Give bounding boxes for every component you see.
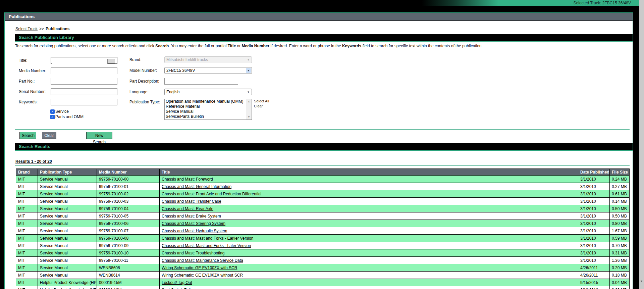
brand-cell: MIT [16,183,38,190]
date-published-cell: 3/1/2010 [578,176,610,183]
media-number-input[interactable] [51,67,117,74]
language-dropdown-arrow-icon[interactable]: ▾ [246,90,251,94]
table-row: MITService ManualWENB8614Wiring Schemati… [16,272,630,279]
file-size-cell: 0.20 MB [610,264,630,272]
new-search-button[interactable]: New Search [86,132,112,139]
brand-cell: MIT [16,264,38,272]
title-cell: Chassis and Mast: Transfer Case [160,198,578,205]
publication-title-link[interactable]: Chassis and Mast: Maintenance Service Da… [162,258,243,263]
part-no-input[interactable] [51,78,117,85]
title-cell: Chassis and Mast: Mast and Forks - Later… [160,242,578,249]
listbox-scroll-down-icon[interactable]: ▼ [246,115,252,119]
table-row: MITService Manual99759-70100-06Chassis a… [16,220,630,227]
serial-number-input[interactable] [51,88,117,95]
breadcrumb-separator: >> [39,27,44,31]
title-cell: Chassis and Mast: Hydraulic System [160,227,578,235]
search-section-header: Search Publication Library [15,34,633,42]
model-number-select[interactable]: 2FBC15 36/48V ▾ [164,67,252,74]
publication-title-link[interactable]: Chassis and Mast: Transfer Case [162,199,221,204]
clear-button[interactable]: Clear [42,132,56,139]
keywords-input[interactable] [51,99,117,105]
table-row: MITService Manual99759-70100-05Chassis a… [16,212,630,220]
table-row: MITService Manual99759-70100-04Chassis a… [16,205,630,212]
column-header: Brand [16,169,38,176]
instruction-segment: field to search for specific text within… [361,44,483,48]
column-header: Title [160,169,578,176]
publication-type-option[interactable]: Service Manual [165,109,246,114]
publication-title-link[interactable]: Seat Switch Failures [162,288,198,289]
parts-omm-checkbox[interactable]: ✓ [50,115,55,119]
file-size-cell: 0.80 MB [610,220,630,227]
title-cell: Chassis and Mast: Brake System [160,212,578,220]
selected-truck-bar: Selected Truck: 2FBC15 36/48V [0,0,639,6]
search-instructions: To search for existing publications, sel… [15,44,535,48]
publication-type-option[interactable]: Operation and Maintenance Manual (OMM) [165,99,246,104]
date-published-cell: 6/18/2018 [578,286,610,289]
brand-cell: MIT [16,279,38,286]
window-title: Publications [9,14,35,19]
brand-select: Mitsubishi forklift trucks ▾ [164,56,252,63]
date-published-cell: 3/1/2010 [578,220,610,227]
page-scrollbar[interactable]: ▼ [639,0,644,289]
brand-label: Brand: [129,57,141,62]
publication-title-link[interactable]: Wiring Schematic: GE EV100ZX without SCR [162,273,243,278]
date-published-cell: 3/1/2010 [578,212,610,220]
file-size-cell: 0.61 MB [610,190,630,198]
publication-title-link[interactable]: Chassis and Mast: Steering System [162,221,225,226]
results-table: BrandPublication TypeMedia NumberTitleDa… [16,168,630,289]
publication-title-link[interactable]: Chassis and Mast: Mast and Forks - Later… [162,243,251,248]
form-divider [15,129,630,130]
breadcrumb-current: Publications [46,27,69,31]
publication-title-link[interactable]: Chassis and Mast: Front Axle and Reducti… [162,192,261,196]
publication-title-link[interactable]: Chassis and Mast: General Information [162,184,231,189]
breadcrumb-select-truck-link[interactable]: Select Truck [15,27,38,31]
publication-title-link[interactable]: Chassis and Mast: Brake System [162,214,221,219]
publication-type-option[interactable]: Service/Parts Bulletin [165,114,246,119]
table-header-row: BrandPublication TypeMedia NumberTitleDa… [16,169,630,176]
brand-cell: MIT [16,212,38,220]
media-number-cell: 000034-18M [97,286,160,289]
window-title-bar: Publications [5,13,633,21]
listbox-scroll-up-icon[interactable]: ▲ [246,99,252,104]
table-row: MITService Manual99759-70100-01Chassis a… [16,183,630,190]
page-scrollbar-down-icon[interactable]: ▼ [639,280,644,283]
file-size-cell: 0.27 MB [610,183,630,190]
title-input[interactable] [52,58,107,64]
publication-title-link[interactable]: Chassis and Mast: Mast and Forks - Earli… [162,236,253,241]
search-button[interactable]: Search [19,132,36,139]
language-select[interactable]: English ▾ [164,89,252,95]
listbox-scrollbar[interactable]: ▲ ▼ [246,99,252,119]
media-number-cell: 000019-15M [97,279,160,286]
results-section-title: Search Results [19,144,50,149]
brand-cell: MIT [16,235,38,242]
title-field-options-button[interactable]: ··· [107,59,115,63]
publication-title-link[interactable]: Wiring Schematic: GE EV100ZX with SCR [162,266,237,270]
service-checkbox[interactable]: ✓ [50,109,55,114]
part-description-input[interactable] [164,78,238,85]
media-number-cell: 99759-70100-02 [97,190,160,198]
publication-type-option[interactable]: Reference Material [165,104,246,109]
column-header: Media Number [97,169,160,176]
publication-title-link[interactable]: Chassis and Mast: Hydraulic System [162,229,227,233]
publication-title-link[interactable]: Chassis and Mast: Troubleshooting [162,251,224,255]
clear-selection-link[interactable]: Clear [254,104,269,108]
file-size-cell: 0.23 MB [610,286,630,289]
table-row: MITService Manual99759-70100-00Chassis a… [16,176,630,183]
model-number-dropdown-arrow-icon[interactable]: ▾ [246,68,251,73]
publication-type-listbox[interactable]: Operation and Maintenance Manual (OMM)Re… [164,99,252,120]
publication-title-link[interactable]: Lockout/ Tag Out [162,280,192,285]
column-header: Publication Type [38,169,97,176]
publication-type-cell: Service Manual [38,212,97,220]
language-value: English [166,90,179,94]
instruction-segment: Search [155,44,169,48]
publication-type-cell: Service Manual [38,220,97,227]
publication-type-cell: Helpful Product Knowledge (HPK) [38,279,97,286]
publication-title-link[interactable]: Chassis and Mast: Foreword [162,177,213,182]
publication-type-cell: Service Manual [38,264,97,272]
publication-type-cell: Service Manual [38,190,97,198]
instruction-segment: Media Number [241,44,269,48]
media-number-cell: 99759-70100-09 [97,242,160,249]
publication-title-link[interactable]: Chassis and Mast: Rear Axle [162,206,213,211]
title-cell: Chassis and Mast: Troubleshooting [160,249,578,257]
select-all-link[interactable]: Select All [254,99,269,103]
